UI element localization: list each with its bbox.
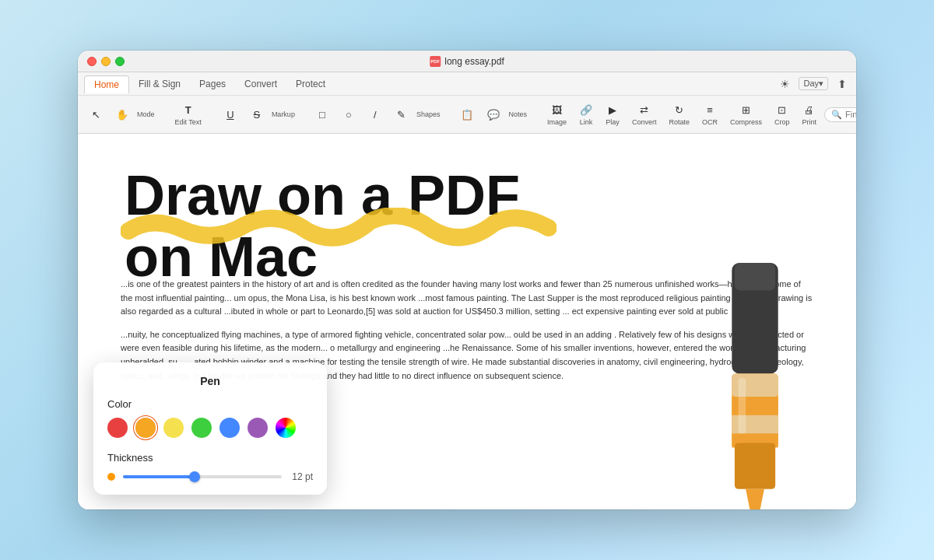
color-swatch-green[interactable]: [191, 418, 212, 438]
tool-mode-hand[interactable]: ✋: [111, 106, 134, 123]
rotate-icon: ↻: [672, 103, 686, 117]
edit-text-label: Edit Text: [175, 118, 202, 126]
tool-convert[interactable]: ⇄ Convert: [627, 101, 662, 128]
thickness-slider-thumb[interactable]: [189, 471, 200, 482]
convert-label: Convert: [632, 118, 657, 126]
color-swatch-yellow[interactable]: [163, 418, 184, 438]
markup-label: Markup: [272, 110, 295, 118]
strikethrough-icon: S: [250, 107, 264, 121]
svg-rect-1: [735, 263, 775, 291]
ocr-label: OCR: [702, 118, 718, 126]
tab-home[interactable]: Home: [84, 75, 129, 93]
search-magnifier-icon: 🔍: [831, 110, 842, 120]
tool-compress[interactable]: ⊞ Compress: [725, 101, 767, 128]
app-window: PDF long essay.pdf Home Fill & Sign Page…: [78, 51, 856, 509]
toolbar: Home Fill & Sign Pages Convert Protect ☀…: [78, 72, 856, 134]
notes-label: Notes: [508, 110, 527, 118]
link-icon: 🔗: [579, 103, 593, 117]
minimize-button[interactable]: [101, 57, 111, 66]
tool-shape-circle[interactable]: ○: [337, 106, 360, 123]
image-icon: 🖼: [550, 103, 564, 117]
comment-icon: 💬: [486, 107, 500, 121]
rectangle-icon: □: [315, 107, 329, 121]
hand-icon: ✋: [115, 107, 129, 121]
close-button[interactable]: [87, 57, 97, 66]
color-swatch-blue[interactable]: [219, 418, 240, 438]
thickness-slider[interactable]: [123, 475, 282, 478]
compress-icon: ⊞: [739, 103, 753, 117]
cursor-icon: ↖: [89, 107, 103, 121]
circle-icon: ○: [342, 107, 356, 121]
sticky-note-icon: 📋: [460, 107, 474, 121]
find-search-box[interactable]: 🔍: [824, 107, 856, 122]
play-label: Play: [606, 118, 620, 126]
tool-link[interactable]: 🔗 Link: [574, 101, 598, 128]
color-swatches: [107, 418, 313, 438]
mode-label: Mode: [137, 110, 155, 118]
text-edit-icon: T: [181, 103, 195, 117]
crop-label: Crop: [774, 118, 790, 126]
thickness-value: 12 pt: [290, 471, 313, 482]
tool-markup-underline[interactable]: U: [219, 106, 242, 123]
thickness-row: 12 pt: [107, 471, 313, 482]
tab-convert[interactable]: Convert: [235, 75, 286, 93]
color-swatch-purple[interactable]: [248, 418, 268, 438]
color-swatch-orange[interactable]: [135, 418, 156, 438]
toolbar-right-controls: ☀ Day▾ ⬆: [777, 76, 850, 92]
rotate-label: Rotate: [669, 118, 690, 126]
pen-icon: ✎: [395, 107, 409, 121]
search-input[interactable]: [845, 110, 856, 119]
title-bar: PDF long essay.pdf: [78, 51, 856, 72]
color-swatch-red[interactable]: [107, 418, 128, 438]
toolbar-tab-bar: Home Fill & Sign Pages Convert Protect ☀…: [78, 72, 856, 96]
day-toggle[interactable]: Day▾: [799, 77, 828, 90]
tool-mode-select[interactable]: ↖: [84, 106, 107, 123]
tool-image[interactable]: 🖼 Image: [542, 101, 571, 128]
fullscreen-button[interactable]: [115, 57, 125, 66]
tool-sticky-note[interactable]: 📋: [455, 106, 479, 123]
traffic-lights: [87, 57, 125, 66]
tab-pages[interactable]: Pages: [190, 75, 235, 93]
tool-print[interactable]: 🖨 Print: [798, 101, 822, 128]
svg-marker-8: [746, 489, 764, 509]
svg-rect-10: [739, 378, 746, 433]
toolbar-tools-row: ↖ ✋ Mode T Edit Text U S Markup □: [78, 96, 856, 133]
tool-shape-line[interactable]: /: [363, 106, 387, 123]
crop-icon: ⊡: [775, 103, 789, 117]
tool-shape-pen[interactable]: ✎: [390, 106, 413, 123]
thickness-section-label: Thickness: [107, 452, 313, 464]
pdf-file-icon: PDF: [430, 56, 441, 67]
tool-markup-strikethrough[interactable]: S: [245, 106, 269, 123]
thickness-dot-icon: [107, 473, 115, 481]
tab-protect[interactable]: Protect: [286, 75, 335, 93]
upload-icon[interactable]: ⬆: [834, 76, 850, 92]
tool-rotate[interactable]: ↻ Rotate: [664, 101, 694, 128]
convert-icon: ⇄: [637, 103, 651, 117]
svg-rect-7: [735, 443, 775, 488]
highlighter-marker-image: [646, 254, 856, 509]
image-label: Image: [547, 118, 567, 126]
pen-popup-title: Pen: [107, 375, 313, 387]
tool-crop[interactable]: ⊡ Crop: [770, 101, 795, 128]
underline-icon: U: [223, 107, 237, 121]
brightness-icon[interactable]: ☀: [777, 76, 792, 92]
tool-comment[interactable]: 💬: [482, 106, 505, 123]
link-label: Link: [580, 118, 593, 126]
yellow-squiggle: [121, 208, 557, 247]
shapes-label: Shapes: [416, 110, 441, 118]
tool-shape-rect[interactable]: □: [311, 106, 334, 123]
compress-label: Compress: [730, 118, 762, 126]
thickness-slider-fill: [123, 475, 195, 478]
ocr-icon: ≡: [703, 103, 717, 117]
print-label: Print: [802, 118, 817, 126]
tool-ocr[interactable]: ≡ OCR: [697, 101, 722, 128]
pen-color-popup: Pen Color Thickness 12 pt: [93, 362, 327, 495]
tool-edit-text[interactable]: T Edit Text: [170, 101, 206, 128]
main-content-area: Draw on a PDF on Mac ...is one of the gr…: [78, 134, 856, 509]
color-swatch-multicolor[interactable]: [276, 418, 296, 438]
print-icon: 🖨: [802, 103, 816, 117]
play-icon: ▶: [606, 103, 620, 117]
tool-play[interactable]: ▶ Play: [601, 101, 624, 128]
window-title: PDF long essay.pdf: [430, 56, 504, 67]
tab-fill-sign[interactable]: Fill & Sign: [129, 75, 190, 93]
